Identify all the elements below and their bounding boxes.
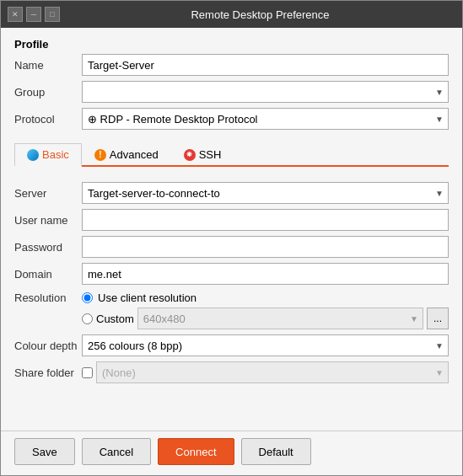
custom-resolution-row: Custom 640x480 ▼ ... [82,308,449,329]
use-client-label: Use client resolution [98,291,197,304]
group-row: Group ▼ [14,81,449,103]
custom-select-wrap: 640x480 ▼ [137,308,423,329]
share-folder-label: Share folder [14,366,82,379]
basic-tab-content: Server Target-server-to-connect-to ▼ Use… [14,182,449,388]
default-button[interactable]: Default [241,438,311,465]
footer: Save Cancel Connect Default [1,431,462,475]
username-label: User name [14,214,82,227]
name-label: Name [14,59,82,72]
name-input[interactable] [82,54,449,76]
tab-ssh-label: SSH [199,148,222,161]
name-row: Name [14,54,449,76]
protocol-select-wrap: ⊕ RDP - Remote Desktop Protocol ▼ [82,108,449,130]
group-select-wrap: ▼ [82,81,449,103]
domain-label: Domain [14,268,82,281]
window-title: Remote Desktop Preference [65,8,455,21]
resolution-row: Resolution Use client resolution Custom … [14,291,449,329]
minimize-button[interactable]: ─ [26,7,41,22]
domain-row: Domain [14,263,449,285]
colour-depth-label: Colour depth [14,340,82,352]
server-label: Server [14,187,82,200]
connect-button[interactable]: Connect [158,438,234,465]
username-row: User name [14,209,449,231]
username-input[interactable] [82,209,449,231]
resolution-label: Resolution [14,291,82,304]
use-client-radio[interactable] [82,292,93,303]
share-folder-row: Share folder (None) ▼ [14,361,449,383]
server-select[interactable]: Target-server-to-connect-to [82,182,449,204]
colour-depth-row: Colour depth 256 colours (8 bpp) ▼ [14,334,449,356]
custom-radio[interactable] [82,313,93,324]
server-row: Server Target-server-to-connect-to ▼ [14,182,449,204]
titlebar-buttons: ✕ ─ □ [8,7,60,22]
titlebar: ✕ ─ □ Remote Desktop Preference [1,1,462,28]
profile-section: Profile Name Group ▼ Protocol ⊕ RD [14,38,449,135]
basic-tab-icon [27,149,39,161]
tabs-bar: Basic ! Advanced ❋ SSH [14,143,449,167]
maximize-button[interactable]: □ [45,7,60,22]
share-folder-checkbox[interactable] [82,367,93,378]
tab-ssh[interactable]: ❋ SSH [171,143,234,165]
colour-depth-select[interactable]: 256 colours (8 bpp) [82,334,449,356]
group-select[interactable] [82,81,449,103]
password-input[interactable] [82,236,449,258]
use-client-resolution-row: Use client resolution [82,291,449,304]
group-label: Group [14,86,82,99]
tab-basic[interactable]: Basic [14,143,82,167]
tab-basic-label: Basic [42,148,69,161]
dots-button[interactable]: ... [427,308,449,329]
cancel-button[interactable]: Cancel [82,438,151,465]
server-select-wrap: Target-server-to-connect-to ▼ [82,182,449,204]
custom-resolution-select: 640x480 [137,308,423,329]
resolution-options: Use client resolution Custom 640x480 ▼ .… [82,291,449,329]
share-folder-check-row [82,367,93,378]
window: ✕ ─ □ Remote Desktop Preference Profile … [0,0,463,476]
advanced-tab-icon: ! [94,149,106,161]
tab-advanced-label: Advanced [110,148,159,161]
domain-input[interactable] [82,263,449,285]
protocol-label: Protocol [14,113,82,126]
colour-depth-select-wrap: 256 colours (8 bpp) ▼ [82,334,449,356]
tab-advanced[interactable]: ! Advanced [82,143,171,165]
custom-label: Custom [96,313,134,325]
password-row: Password [14,236,449,258]
protocol-row: Protocol ⊕ RDP - Remote Desktop Protocol… [14,108,449,130]
share-folder-select-wrap: (None) ▼ [96,361,449,383]
ssh-tab-icon: ❋ [184,149,196,161]
close-button[interactable]: ✕ [8,7,23,22]
profile-label: Profile [14,38,449,51]
protocol-select[interactable]: ⊕ RDP - Remote Desktop Protocol [82,108,449,130]
main-content: Profile Name Group ▼ Protocol ⊕ RD [1,28,462,431]
share-folder-select: (None) [96,361,449,383]
password-label: Password [14,241,82,254]
save-button[interactable]: Save [14,438,75,465]
